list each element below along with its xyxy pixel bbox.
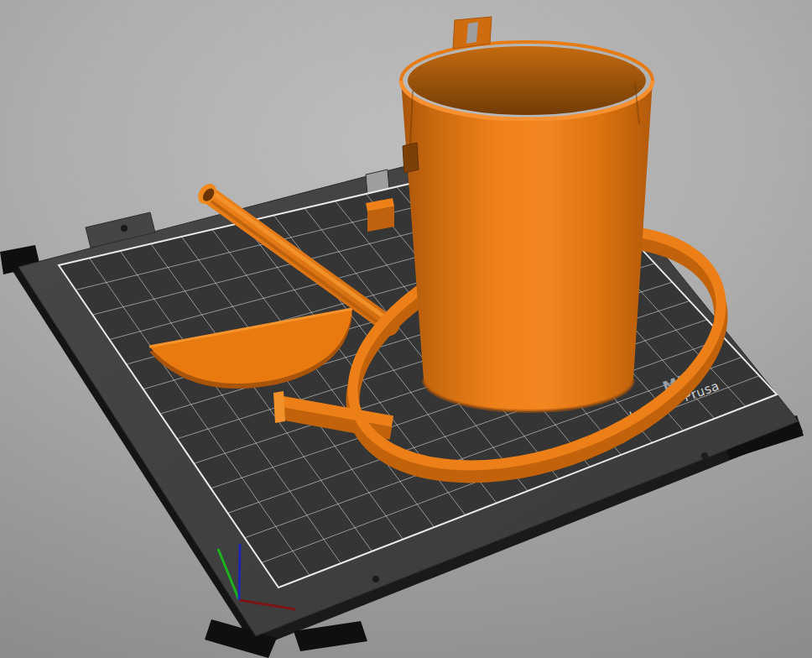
ring-handle-endcap: [273, 391, 285, 423]
bed-screw-hole: [121, 225, 128, 232]
cylinder-body[interactable]: [401, 81, 653, 411]
cylinder-wall-hole: [403, 143, 419, 173]
bed-screw-hole: [372, 576, 379, 582]
slicer-3d-viewport[interactable]: MK3 by Josef Prusa: [0, 0, 812, 658]
z-axis-line: [239, 544, 240, 600]
bed-screw-hole: [701, 452, 708, 459]
viewport-background[interactable]: MK3 by Josef Prusa: [0, 0, 812, 658]
cylinder-opening-interior: [408, 46, 646, 115]
cylinder-back-tab-slot: [466, 22, 478, 44]
